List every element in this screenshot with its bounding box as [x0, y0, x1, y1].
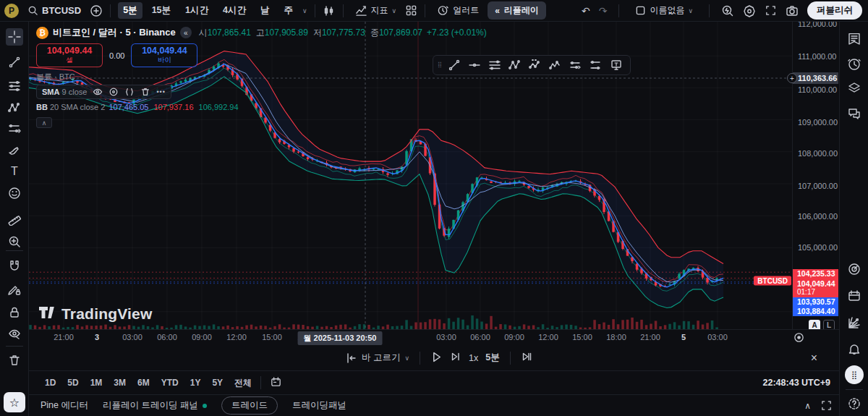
brush-tool[interactable] — [6, 141, 23, 158]
chart-area[interactable]: TradingView ₿ 비트코인 / 달러 · 5 · Binance « … — [29, 22, 839, 329]
magnet-tool[interactable] — [6, 258, 23, 275]
status-item[interactable]: 트레이딩패널 — [292, 399, 346, 412]
layout-grid-icon[interactable] — [405, 4, 417, 17]
buy-button[interactable]: 104,049.44 바이 — [131, 43, 197, 67]
float-parallel-lines-tool[interactable] — [485, 57, 504, 73]
status-item[interactable]: Pine 에디터 — [41, 399, 88, 412]
favorites-star-button[interactable]: ☆ — [4, 392, 25, 412]
timeframe-button-15분[interactable]: 15분 — [147, 2, 176, 19]
horizontal-lines-tool[interactable] — [6, 77, 23, 95]
timeframe-button-1시간[interactable]: 1시간 — [180, 2, 213, 19]
range-button-6M[interactable]: 6M — [132, 375, 156, 390]
range-button-1D[interactable]: 1D — [39, 375, 61, 390]
time-axis[interactable]: 21:00303:0006:0009:0012:0015:0018:00403:… — [29, 329, 839, 345]
maximize-panel-icon[interactable] — [821, 400, 832, 411]
timeframe-button-주[interactable]: 주 — [278, 2, 298, 19]
range-button-3M[interactable]: 3M — [108, 375, 132, 390]
more-options-icon[interactable]: ••• — [156, 88, 165, 95]
apps-menu-button[interactable]: ⣿ — [845, 365, 864, 384]
timeframe-button-4시간[interactable]: 4시간 — [218, 2, 251, 19]
float-horizontal-line-tool[interactable] — [465, 57, 484, 73]
pick-bar-button[interactable]: 바 고르기 ∨ — [346, 352, 409, 364]
timeframe-button-날[interactable]: 날 — [255, 2, 275, 19]
timeframe-button-5분[interactable]: 5분 — [118, 2, 142, 19]
drag-handle[interactable]: ⣿ — [438, 64, 443, 67]
range-button-5D[interactable]: 5D — [61, 375, 84, 390]
projection-tool[interactable] — [6, 120, 23, 137]
undo-icon[interactable]: ↶ — [582, 6, 590, 16]
emoji-tool[interactable] — [6, 184, 23, 202]
drawing-mode-lock-tool[interactable] — [6, 281, 23, 298]
status-item[interactable]: 트레이드 — [221, 396, 278, 415]
zoom-in-tool[interactable] — [6, 233, 23, 250]
settings-icon[interactable] — [743, 4, 756, 17]
range-button-1M[interactable]: 1M — [85, 375, 109, 390]
volume-indicator-row[interactable]: 볼륨 · BTC — [36, 71, 487, 82]
text-tool[interactable]: T — [6, 163, 23, 180]
add-symbol-icon[interactable] — [90, 4, 103, 17]
play-button[interactable] — [430, 351, 443, 365]
sma-indicator-row[interactable]: SMA 9 close ••• — [36, 86, 487, 98]
eye-icon[interactable] — [93, 87, 103, 97]
remove-drawings-tool[interactable] — [6, 352, 23, 369]
range-button-5Y[interactable]: 5Y — [206, 375, 229, 390]
indicators-button[interactable]: 지표 ∨ — [351, 2, 401, 19]
expand-panel-chevron-icon[interactable]: ∧ — [804, 401, 811, 411]
ideas-target-icon[interactable] — [846, 260, 863, 278]
watchlist-icon[interactable] — [846, 30, 863, 48]
object-tree-icon[interactable] — [846, 80, 863, 97]
float-projection-tool[interactable] — [587, 57, 605, 73]
float-trend-line-tool[interactable] — [445, 57, 464, 73]
alerts-icon[interactable] — [846, 56, 863, 73]
symbol-search-button[interactable]: BTCUSD — [23, 3, 85, 18]
measure-ruler-tool[interactable] — [6, 210, 23, 227]
float-forecast-tool[interactable] — [566, 57, 585, 73]
replay-interval-button[interactable]: 5분 — [485, 352, 499, 364]
range-button-YTD[interactable]: YTD — [156, 375, 184, 390]
close-replay-icon[interactable]: × — [811, 352, 817, 365]
float-text-callout-tool[interactable] — [607, 57, 626, 73]
indicator-settings-icon[interactable] — [109, 87, 119, 97]
range-button-1Y[interactable]: 1Y — [184, 375, 207, 390]
layout-menu[interactable]: 이름없음 ∨ — [631, 2, 697, 19]
log-scale-button[interactable]: L — [823, 320, 835, 329]
quick-search-icon[interactable] — [721, 4, 734, 17]
jump-to-end-button[interactable] — [521, 351, 532, 365]
sell-button[interactable]: 104,049.44 셀 — [36, 43, 103, 67]
crosshair-tool[interactable] — [6, 28, 23, 46]
timeframe-chevron-icon[interactable]: ∨ — [302, 7, 307, 14]
float-elliott-wave-tool[interactable] — [546, 57, 565, 73]
chat-icon[interactable] — [846, 105, 863, 122]
legend-collapse-button[interactable]: ∧ — [36, 117, 52, 128]
calendar-icon[interactable] — [846, 287, 863, 305]
step-forward-button[interactable] — [450, 351, 461, 365]
source-code-icon[interactable] — [124, 87, 135, 97]
camera-icon[interactable] — [786, 4, 799, 17]
web-spider-icon[interactable] — [846, 314, 863, 331]
clock-utc[interactable]: 22:48:43 UTC+9 — [763, 378, 830, 388]
redo-icon[interactable]: ↷ — [599, 6, 608, 16]
fullscreen-icon[interactable] — [765, 4, 777, 17]
replay-speed-button[interactable]: 1x — [469, 353, 478, 363]
go-to-date-button[interactable] — [270, 375, 282, 390]
chart-style-icon[interactable] — [323, 4, 336, 17]
replay-button[interactable]: « 리플레이 — [488, 1, 546, 20]
float-xabcd-pattern-tool[interactable] — [506, 57, 524, 73]
add-alert-plus-icon[interactable]: + — [787, 73, 797, 83]
go-to-realtime-button[interactable] — [793, 332, 804, 345]
bb-indicator-row[interactable]: BB 20 SMA close 2 107,465.05107,937.1610… — [36, 101, 487, 113]
delete-indicator-icon[interactable] — [140, 87, 150, 97]
auto-scale-button[interactable]: A — [809, 320, 820, 329]
pattern-tool[interactable] — [6, 99, 23, 116]
price-axis[interactable]: 112,000.00111,000.00110,000.00109,000.00… — [792, 22, 839, 329]
legend-symbol-row[interactable]: ₿ 비트코인 / 달러 · 5 · Binance « 시107,865.41고… — [36, 26, 487, 39]
hide-drawings-tool[interactable] — [6, 326, 23, 343]
float-abc-wave-tool[interactable] — [526, 57, 545, 73]
notifications-bell-icon[interactable] — [846, 340, 863, 357]
lock-all-tool[interactable] — [6, 304, 23, 321]
status-item[interactable]: 리플레이 트레이딩 패널 — [103, 399, 207, 412]
user-avatar[interactable]: P — [4, 4, 19, 18]
alert-button[interactable]: 얼러트 — [433, 2, 483, 19]
help-icon[interactable] — [846, 395, 863, 412]
range-button-전체[interactable]: 전체 — [229, 375, 258, 391]
